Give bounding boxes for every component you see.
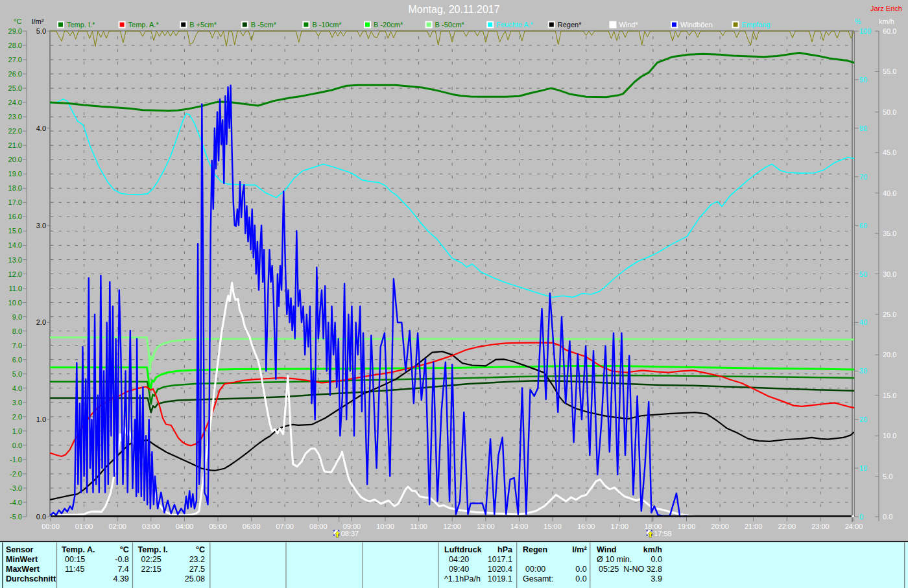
svg-text:19.0: 19.0	[8, 170, 22, 178]
svg-text:Jarz Erich: Jarz Erich	[870, 5, 902, 12]
svg-text:12.0: 12.0	[8, 270, 22, 278]
svg-text:55.0: 55.0	[883, 67, 896, 75]
svg-text:0.0: 0.0	[36, 513, 46, 521]
svg-text:29.0: 29.0	[8, 27, 22, 35]
svg-text:10.0: 10.0	[883, 432, 896, 440]
svg-text:10:00: 10:00	[376, 523, 394, 530]
svg-text:07:00: 07:00	[276, 523, 294, 530]
svg-text:15:00: 15:00	[544, 523, 562, 530]
svg-text:Ø 10 min.: Ø 10 min.	[597, 555, 632, 564]
svg-text:19:00: 19:00	[678, 523, 696, 530]
svg-text:00:00: 00:00	[525, 565, 545, 574]
svg-text:09:40: 09:40	[449, 565, 469, 574]
svg-text:°C: °C	[14, 18, 21, 25]
svg-text:1019.1: 1019.1	[488, 574, 512, 583]
svg-text:0.0: 0.0	[12, 441, 22, 449]
svg-text:06:00: 06:00	[243, 523, 261, 530]
svg-text:6.0: 6.0	[12, 356, 22, 364]
svg-text:11:45: 11:45	[65, 565, 84, 574]
svg-text:-5.0: -5.0	[10, 513, 22, 521]
svg-text:14:00: 14:00	[510, 523, 529, 530]
svg-text:23:00: 23:00	[811, 523, 830, 530]
svg-text:-3.0: -3.0	[10, 484, 22, 492]
svg-text:l/m²: l/m²	[32, 18, 44, 25]
svg-text:MinWert: MinWert	[6, 555, 38, 564]
svg-text:8.0: 8.0	[12, 327, 22, 335]
svg-text:20: 20	[859, 416, 867, 423]
svg-text:18.0: 18.0	[8, 184, 22, 192]
svg-text:24.0: 24.0	[8, 99, 22, 106]
svg-text:40: 40	[859, 318, 867, 326]
svg-text:4.39: 4.39	[113, 574, 128, 583]
svg-text:26.0: 26.0	[8, 70, 22, 78]
svg-text:5.0: 5.0	[883, 473, 892, 480]
svg-text:Temp. I.: Temp. I.	[138, 545, 168, 554]
svg-text:21:00: 21:00	[745, 523, 763, 530]
svg-text:02:25: 02:25	[141, 555, 161, 564]
svg-text:Sensor: Sensor	[6, 545, 34, 554]
svg-text:1.0: 1.0	[12, 427, 22, 435]
svg-text:08:00: 08:00	[309, 523, 328, 530]
svg-text:3.0: 3.0	[36, 222, 46, 229]
svg-text:50.0: 50.0	[883, 108, 896, 116]
svg-text:30.0: 30.0	[883, 270, 896, 278]
svg-text:25.0: 25.0	[883, 311, 896, 318]
svg-text:-1.0: -1.0	[10, 456, 22, 464]
svg-text:hPa: hPa	[497, 545, 513, 554]
svg-text:04:20: 04:20	[449, 555, 469, 564]
svg-text:16.0: 16.0	[8, 213, 22, 220]
svg-text:12:00: 12:00	[443, 523, 461, 530]
svg-text:-4.0: -4.0	[10, 499, 22, 506]
svg-text:23.2: 23.2	[189, 555, 205, 564]
svg-text:20:00: 20:00	[711, 523, 729, 530]
svg-text:km/h: km/h	[643, 545, 662, 554]
svg-text:Feuchte A.*: Feuchte A.*	[496, 21, 534, 29]
svg-text:70: 70	[859, 173, 867, 181]
svg-text:22:15: 22:15	[141, 565, 161, 574]
svg-text:13.0: 13.0	[8, 256, 22, 264]
svg-text:01:00: 01:00	[75, 523, 93, 530]
svg-text:MaxWert: MaxWert	[6, 565, 40, 574]
svg-text:00:00: 00:00	[42, 523, 60, 530]
svg-text:35.0: 35.0	[883, 229, 896, 237]
svg-text:100: 100	[859, 27, 871, 35]
svg-text:23.0: 23.0	[8, 113, 22, 121]
svg-text:02:00: 02:00	[108, 523, 126, 530]
svg-text:30: 30	[859, 367, 867, 375]
svg-text:Regen: Regen	[523, 545, 547, 554]
svg-text:Durchschnitt: Durchschnitt	[6, 574, 56, 583]
svg-text:0.0: 0.0	[651, 555, 662, 564]
svg-text:3.0: 3.0	[12, 399, 22, 406]
svg-text:45.0: 45.0	[883, 148, 896, 156]
svg-text:1.0: 1.0	[36, 416, 46, 423]
svg-text:14.0: 14.0	[8, 241, 22, 249]
svg-text:3.9: 3.9	[651, 574, 662, 583]
svg-text:2.0: 2.0	[36, 318, 46, 326]
svg-text:28.0: 28.0	[8, 41, 22, 49]
svg-text:B -10cm*: B -10cm*	[312, 21, 342, 29]
svg-text:N-NO 32.8: N-NO 32.8	[623, 565, 662, 574]
svg-text:B -50cm*: B -50cm*	[435, 21, 465, 29]
svg-text:27.0: 27.0	[8, 56, 22, 64]
svg-text:16:00: 16:00	[577, 523, 595, 530]
svg-text:Gesamt:: Gesamt:	[523, 574, 553, 583]
svg-text:9.0: 9.0	[12, 313, 22, 321]
svg-text:l/m²: l/m²	[572, 545, 586, 554]
svg-text:B +5cm*: B +5cm*	[189, 21, 217, 29]
svg-text:0.0: 0.0	[883, 513, 892, 521]
svg-text:°C: °C	[196, 545, 205, 554]
svg-text:Empfang: Empfang	[742, 21, 771, 29]
svg-text:24:00: 24:00	[845, 523, 863, 530]
svg-text:08:37: 08:37	[341, 530, 359, 537]
svg-text:22:00: 22:00	[778, 523, 796, 530]
svg-text:0: 0	[859, 513, 863, 521]
svg-text:11.0: 11.0	[8, 285, 22, 292]
svg-text:B -20cm*: B -20cm*	[374, 21, 403, 29]
svg-text:1017.1: 1017.1	[488, 555, 512, 564]
svg-text:13:00: 13:00	[477, 523, 495, 530]
svg-text:25.08: 25.08	[185, 574, 205, 583]
svg-text:17:58: 17:58	[654, 530, 672, 537]
svg-text:Temp. I.*: Temp. I.*	[67, 21, 95, 29]
svg-text:22.0: 22.0	[8, 127, 22, 135]
svg-text:5.0: 5.0	[12, 370, 22, 378]
